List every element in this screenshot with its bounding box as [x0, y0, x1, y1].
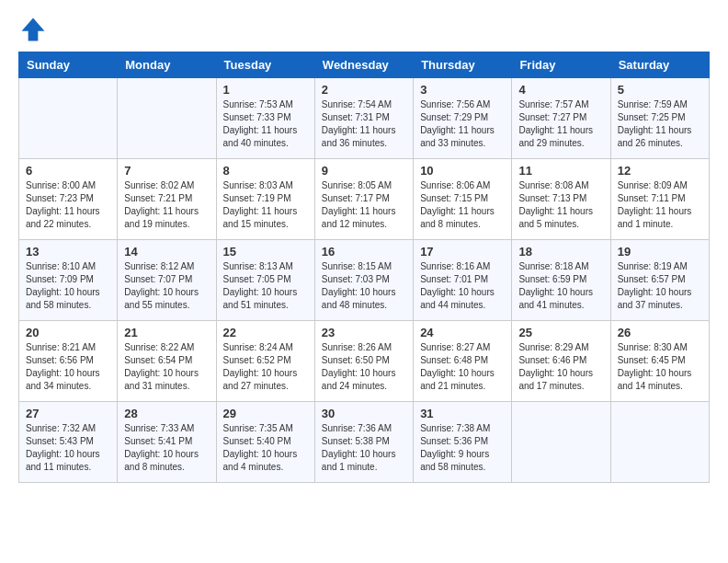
- day-number: 1: [223, 83, 308, 97]
- day-number: 28: [124, 407, 209, 420]
- calendar-week-row: 20Sunrise: 8:21 AMSunset: 6:56 PMDayligh…: [19, 321, 710, 402]
- day-info: Sunrise: 8:03 AMSunset: 7:19 PMDaylight:…: [223, 179, 308, 231]
- day-number: 16: [322, 245, 406, 259]
- calendar-cell: 26Sunrise: 8:30 AMSunset: 6:45 PMDayligh…: [610, 321, 709, 402]
- day-info: Sunrise: 8:08 AMSunset: 7:13 PMDaylight:…: [518, 179, 603, 231]
- calendar-cell: 2Sunrise: 7:54 AMSunset: 7:31 PMDaylight…: [314, 78, 413, 159]
- day-info: Sunrise: 8:16 AMSunset: 7:01 PMDaylight:…: [420, 260, 505, 312]
- weekday-header: Saturday: [610, 52, 709, 78]
- calendar-cell: 17Sunrise: 8:16 AMSunset: 7:01 PMDayligh…: [414, 240, 512, 321]
- calendar-cell: 21Sunrise: 8:22 AMSunset: 6:54 PMDayligh…: [118, 321, 216, 402]
- calendar-body: 1Sunrise: 7:53 AMSunset: 7:33 PMDaylight…: [19, 78, 710, 483]
- day-number: 12: [618, 164, 702, 178]
- calendar-week-row: 6Sunrise: 8:00 AMSunset: 7:23 PMDaylight…: [19, 159, 710, 240]
- calendar-cell: 22Sunrise: 8:24 AMSunset: 6:52 PMDayligh…: [216, 321, 314, 402]
- day-number: 21: [124, 326, 209, 339]
- day-info: Sunrise: 8:00 AMSunset: 7:23 PMDaylight:…: [26, 179, 110, 231]
- calendar-cell: [512, 402, 610, 483]
- day-info: Sunrise: 7:59 AMSunset: 7:25 PMDaylight:…: [618, 98, 702, 150]
- calendar-week-row: 27Sunrise: 7:32 AMSunset: 5:43 PMDayligh…: [19, 402, 710, 483]
- day-number: 30: [322, 407, 406, 420]
- day-info: Sunrise: 7:38 AMSunset: 5:36 PMDaylight:…: [420, 422, 505, 474]
- day-info: Sunrise: 7:57 AMSunset: 7:27 PMDaylight:…: [518, 98, 603, 150]
- day-number: 27: [26, 407, 110, 420]
- calendar-cell: 3Sunrise: 7:56 AMSunset: 7:29 PMDaylight…: [414, 78, 512, 159]
- day-info: Sunrise: 7:33 AMSunset: 5:41 PMDaylight:…: [124, 422, 209, 474]
- calendar-cell: 9Sunrise: 8:05 AMSunset: 7:17 PMDaylight…: [314, 159, 413, 240]
- day-number: 7: [124, 164, 209, 178]
- calendar-cell: 18Sunrise: 8:18 AMSunset: 6:59 PMDayligh…: [512, 240, 610, 321]
- day-info: Sunrise: 8:13 AMSunset: 7:05 PMDaylight:…: [223, 260, 308, 312]
- day-number: 5: [618, 83, 702, 97]
- day-number: 10: [420, 164, 505, 178]
- weekday-header-row: SundayMondayTuesdayWednesdayThursdayFrid…: [19, 52, 710, 78]
- day-number: 11: [518, 164, 603, 178]
- day-number: 6: [26, 164, 110, 178]
- logo-icon: [18, 15, 48, 44]
- day-info: Sunrise: 7:54 AMSunset: 7:31 PMDaylight:…: [322, 98, 406, 150]
- calendar-cell: 7Sunrise: 8:02 AMSunset: 7:21 PMDaylight…: [118, 159, 216, 240]
- logo: [18, 15, 51, 44]
- weekday-header: Monday: [118, 52, 216, 78]
- weekday-header: Thursday: [414, 52, 512, 78]
- calendar-cell: 14Sunrise: 8:12 AMSunset: 7:07 PMDayligh…: [118, 240, 216, 321]
- calendar-cell: 10Sunrise: 8:06 AMSunset: 7:15 PMDayligh…: [414, 159, 512, 240]
- calendar-cell: 19Sunrise: 8:19 AMSunset: 6:57 PMDayligh…: [610, 240, 709, 321]
- day-number: 9: [322, 164, 406, 178]
- calendar-cell: [19, 78, 118, 159]
- day-number: 25: [518, 326, 603, 339]
- day-info: Sunrise: 8:06 AMSunset: 7:15 PMDaylight:…: [420, 179, 505, 231]
- day-info: Sunrise: 8:05 AMSunset: 7:17 PMDaylight:…: [322, 179, 406, 231]
- day-info: Sunrise: 8:02 AMSunset: 7:21 PMDaylight:…: [124, 179, 209, 231]
- weekday-header: Tuesday: [216, 52, 314, 78]
- day-info: Sunrise: 7:36 AMSunset: 5:38 PMDaylight:…: [322, 422, 406, 474]
- calendar-cell: 13Sunrise: 8:10 AMSunset: 7:09 PMDayligh…: [19, 240, 118, 321]
- calendar-wrap: SundayMondayTuesdayWednesdayThursdayFrid…: [0, 52, 728, 492]
- calendar-cell: 20Sunrise: 8:21 AMSunset: 6:56 PMDayligh…: [19, 321, 118, 402]
- calendar-cell: [610, 402, 709, 483]
- day-info: Sunrise: 8:27 AMSunset: 6:48 PMDaylight:…: [420, 341, 505, 393]
- day-number: 4: [518, 83, 603, 97]
- day-info: Sunrise: 8:09 AMSunset: 7:11 PMDaylight:…: [618, 179, 702, 231]
- day-info: Sunrise: 7:32 AMSunset: 5:43 PMDaylight:…: [26, 422, 110, 474]
- calendar-cell: 16Sunrise: 8:15 AMSunset: 7:03 PMDayligh…: [314, 240, 413, 321]
- day-info: Sunrise: 8:24 AMSunset: 6:52 PMDaylight:…: [223, 341, 308, 393]
- calendar-cell: 15Sunrise: 8:13 AMSunset: 7:05 PMDayligh…: [216, 240, 314, 321]
- calendar-cell: 29Sunrise: 7:35 AMSunset: 5:40 PMDayligh…: [216, 402, 314, 483]
- calendar-week-row: 13Sunrise: 8:10 AMSunset: 7:09 PMDayligh…: [19, 240, 710, 321]
- day-info: Sunrise: 8:15 AMSunset: 7:03 PMDaylight:…: [322, 260, 406, 312]
- day-number: 2: [322, 83, 406, 97]
- calendar-cell: 5Sunrise: 7:59 AMSunset: 7:25 PMDaylight…: [610, 78, 709, 159]
- calendar-cell: 28Sunrise: 7:33 AMSunset: 5:41 PMDayligh…: [118, 402, 216, 483]
- day-number: 26: [618, 326, 702, 339]
- calendar-cell: 11Sunrise: 8:08 AMSunset: 7:13 PMDayligh…: [512, 159, 610, 240]
- day-info: Sunrise: 8:19 AMSunset: 6:57 PMDaylight:…: [618, 260, 702, 312]
- day-number: 22: [223, 326, 308, 339]
- day-number: 18: [518, 245, 603, 259]
- calendar-cell: 4Sunrise: 7:57 AMSunset: 7:27 PMDaylight…: [512, 78, 610, 159]
- calendar-cell: 6Sunrise: 8:00 AMSunset: 7:23 PMDaylight…: [19, 159, 118, 240]
- calendar-cell: 23Sunrise: 8:26 AMSunset: 6:50 PMDayligh…: [314, 321, 413, 402]
- calendar-table: SundayMondayTuesdayWednesdayThursdayFrid…: [18, 52, 710, 483]
- day-info: Sunrise: 7:35 AMSunset: 5:40 PMDaylight:…: [223, 422, 308, 474]
- day-info: Sunrise: 8:22 AMSunset: 6:54 PMDaylight:…: [124, 341, 209, 393]
- calendar-cell: 31Sunrise: 7:38 AMSunset: 5:36 PMDayligh…: [414, 402, 512, 483]
- day-info: Sunrise: 7:56 AMSunset: 7:29 PMDaylight:…: [420, 98, 505, 150]
- svg-marker-0: [22, 18, 45, 41]
- calendar-header: SundayMondayTuesdayWednesdayThursdayFrid…: [19, 52, 710, 78]
- day-number: 14: [124, 245, 209, 259]
- weekday-header: Friday: [512, 52, 610, 78]
- day-info: Sunrise: 8:10 AMSunset: 7:09 PMDaylight:…: [26, 260, 110, 312]
- day-number: 15: [223, 245, 308, 259]
- day-number: 3: [420, 83, 505, 97]
- day-info: Sunrise: 8:18 AMSunset: 6:59 PMDaylight:…: [518, 260, 603, 312]
- day-info: Sunrise: 8:29 AMSunset: 6:46 PMDaylight:…: [518, 341, 603, 393]
- day-info: Sunrise: 8:26 AMSunset: 6:50 PMDaylight:…: [322, 341, 406, 393]
- day-number: 17: [420, 245, 505, 259]
- day-number: 19: [618, 245, 702, 259]
- calendar-cell: 30Sunrise: 7:36 AMSunset: 5:38 PMDayligh…: [314, 402, 413, 483]
- day-number: 8: [223, 164, 308, 178]
- day-info: Sunrise: 8:30 AMSunset: 6:45 PMDaylight:…: [618, 341, 702, 393]
- calendar-week-row: 1Sunrise: 7:53 AMSunset: 7:33 PMDaylight…: [19, 78, 710, 159]
- calendar-cell: 27Sunrise: 7:32 AMSunset: 5:43 PMDayligh…: [19, 402, 118, 483]
